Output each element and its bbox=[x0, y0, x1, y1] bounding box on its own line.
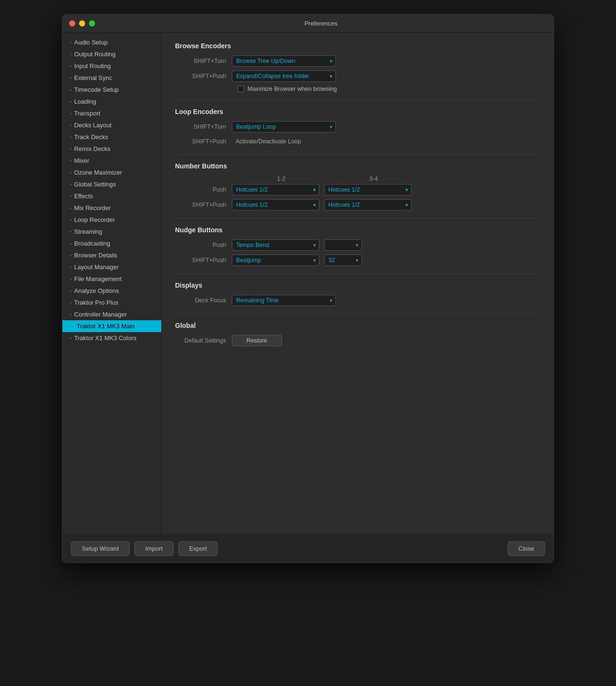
browse-shift-turn-select[interactable]: Browse Tree Up/Down Browse List Up/Down bbox=[232, 55, 336, 67]
nudge-buttons-section: Nudge Buttons Push Tempo Bend Nudge Pitc… bbox=[175, 226, 540, 266]
sidebar-item-mixer[interactable]: •Mixer bbox=[62, 155, 161, 167]
preferences-window: Preferences •Audio Setup•Output Routing•… bbox=[62, 14, 554, 563]
nudge-push-selects: Tempo Bend Nudge Pitch Bend Option 1 bbox=[232, 239, 362, 251]
sidebar-item-layout-manager[interactable]: •Layout Manager bbox=[62, 261, 161, 273]
sidebar-item-output-routing[interactable]: •Output Routing bbox=[62, 48, 161, 60]
global-default-settings-row: Default Settings Restore bbox=[175, 335, 540, 346]
browse-shift-turn-row: SHIFT+Turn Browse Tree Up/Down Browse Li… bbox=[175, 55, 540, 67]
sidebar: •Audio Setup•Output Routing•Input Routin… bbox=[62, 33, 162, 534]
nudge-shift-push-main-select[interactable]: Beatjump Loop Move bbox=[232, 255, 319, 266]
browse-shift-turn-wrapper[interactable]: Browse Tree Up/Down Browse List Up/Down bbox=[232, 55, 336, 67]
sidebar-item-controller-manager[interactable]: •Controller Manager bbox=[62, 308, 161, 320]
sidebar-item-effects[interactable]: •Effects bbox=[62, 190, 161, 202]
sidebar-bullet-transport: • bbox=[70, 111, 71, 115]
maximize-traffic-light[interactable] bbox=[89, 20, 95, 26]
sidebar-bullet-traktor-x1-mk3-colors: • bbox=[70, 336, 71, 340]
sidebar-label-file-management: File Management bbox=[74, 275, 122, 282]
sidebar-item-timecode-setup[interactable]: •Timecode Setup bbox=[62, 84, 161, 96]
sidebar-bullet-mix-recorder: • bbox=[70, 206, 71, 210]
maximize-browser-label: Maximize Browser when browsing bbox=[247, 86, 337, 92]
sidebar-label-traktor-x1-mk3-colors: Traktor X1 MK3 Colors bbox=[74, 334, 137, 342]
sidebar-item-browser-details[interactable]: •Browser Details bbox=[62, 249, 161, 261]
maximize-browser-checkbox[interactable] bbox=[238, 86, 244, 92]
sidebar-item-input-routing[interactable]: •Input Routing bbox=[62, 60, 161, 72]
nudge-shift-push-row: SHIFT+Push Beatjump Loop Move 32 16 bbox=[175, 255, 540, 266]
sidebar-item-loading[interactable]: •Loading bbox=[62, 96, 161, 107]
sidebar-circle-traktor-x1-mk3-main bbox=[70, 325, 74, 328]
nudge-push-main-wrapper[interactable]: Tempo Bend Nudge Pitch Bend bbox=[232, 239, 319, 251]
sidebar-item-traktor-x1-mk3-colors[interactable]: •Traktor X1 MK3 Colors bbox=[62, 332, 161, 344]
sidebar-bullet-traktor-pro-plus: • bbox=[70, 300, 71, 305]
sidebar-label-mix-recorder: Mix Recorder bbox=[74, 204, 111, 211]
loop-encoders-title: Loop Encoders bbox=[175, 108, 540, 115]
restore-button[interactable]: Restore bbox=[232, 335, 282, 346]
loop-shift-turn-wrapper[interactable]: Beatjump Loop Loop In/Out bbox=[232, 121, 336, 132]
sidebar-label-broadcasting: Broadcasting bbox=[74, 240, 110, 247]
browse-shift-push-row: SHIFT+Push Expand/Collapse tree folder L… bbox=[175, 70, 540, 82]
sidebar-item-remix-decks[interactable]: •Remix Decks bbox=[62, 143, 161, 155]
sidebar-bullet-controller-manager: • bbox=[70, 312, 71, 317]
divider-1 bbox=[175, 100, 540, 100]
number-push-col2-wrapper[interactable]: Hotcues 1/2 Hotcues 3/4 Hotcues 5/6 bbox=[324, 184, 412, 195]
sidebar-item-file-management[interactable]: •File Management bbox=[62, 273, 161, 285]
deck-focus-select[interactable]: Remaining Time Elapsed Time BPM bbox=[232, 295, 336, 306]
sidebar-item-streaming[interactable]: •Streaming bbox=[62, 226, 161, 237]
sidebar-item-traktor-pro-plus[interactable]: •Traktor Pro Plus bbox=[62, 297, 161, 308]
nudge-shift-push-main-wrapper[interactable]: Beatjump Loop Move bbox=[232, 255, 319, 266]
number-shift-push-col1-select[interactable]: Hotcues 1/2 Hotcues 3/4 bbox=[232, 199, 319, 211]
nudge-push-main-select[interactable]: Tempo Bend Nudge Pitch Bend bbox=[232, 239, 319, 251]
nudge-push-secondary-wrapper[interactable]: Option 1 bbox=[324, 239, 362, 251]
sidebar-label-track-decks: Track Decks bbox=[74, 133, 108, 141]
sidebar-bullet-broadcasting: • bbox=[70, 241, 71, 246]
sidebar-item-track-decks[interactable]: •Track Decks bbox=[62, 131, 161, 143]
main-content: •Audio Setup•Output Routing•Input Routin… bbox=[62, 33, 554, 534]
sidebar-label-global-settings: Global Settings bbox=[74, 181, 116, 188]
number-shift-push-col1-wrapper[interactable]: Hotcues 1/2 Hotcues 3/4 bbox=[232, 199, 319, 211]
number-shift-push-row: SHIFT+Push Hotcues 1/2 Hotcues 3/4 Hotcu… bbox=[175, 199, 540, 211]
browse-encoders-title: Browse Encoders bbox=[175, 42, 540, 50]
col-header-12: 1-2 bbox=[238, 176, 325, 182]
loop-shift-push-row: SHIFT+Push Activate/Deactivate Loop bbox=[175, 136, 540, 147]
loop-shift-turn-row: SHIFT+Turn Beatjump Loop Loop In/Out bbox=[175, 121, 540, 132]
sidebar-bullet-effects: • bbox=[70, 194, 71, 198]
number-push-col1-wrapper[interactable]: Hotcues 1/2 Hotcues 3/4 Hotcues 5/6 bbox=[232, 184, 319, 195]
setup-wizard-button[interactable]: Setup Wizard bbox=[71, 541, 130, 556]
global-section: Global Default Settings Restore bbox=[175, 322, 540, 346]
nudge-shift-push-secondary-select[interactable]: 32 16 8 4 2 1 bbox=[324, 255, 362, 266]
sidebar-label-ozone-maximizer: Ozone Maximizer bbox=[74, 169, 122, 176]
loop-shift-turn-select[interactable]: Beatjump Loop Loop In/Out bbox=[232, 121, 336, 132]
sidebar-item-traktor-x1-mk3-main[interactable]: Traktor X1 MK3 Main bbox=[62, 320, 161, 332]
number-push-label: Push bbox=[175, 186, 232, 193]
number-push-col1-select[interactable]: Hotcues 1/2 Hotcues 3/4 Hotcues 5/6 bbox=[232, 184, 319, 195]
sidebar-bullet-external-sync: • bbox=[70, 76, 71, 80]
browse-shift-turn-label: SHIFT+Turn bbox=[175, 58, 232, 64]
nudge-shift-push-secondary-wrapper[interactable]: 32 16 8 4 2 1 bbox=[324, 255, 362, 266]
sidebar-bullet-browser-details: • bbox=[70, 253, 71, 257]
minimize-traffic-light[interactable] bbox=[79, 20, 85, 26]
number-shift-push-col2-wrapper[interactable]: Hotcues 1/2 Hotcues 3/4 bbox=[324, 199, 412, 211]
sidebar-bullet-layout-manager: • bbox=[70, 265, 71, 269]
sidebar-item-transport[interactable]: •Transport bbox=[62, 107, 161, 119]
sidebar-item-global-settings[interactable]: •Global Settings bbox=[62, 178, 161, 190]
nudge-buttons-title: Nudge Buttons bbox=[175, 226, 540, 234]
nudge-shift-push-label: SHIFT+Push bbox=[175, 257, 232, 264]
close-button[interactable]: Close bbox=[508, 541, 545, 556]
sidebar-item-loop-recorder[interactable]: •Loop Recorder bbox=[62, 214, 161, 226]
sidebar-item-audio-setup[interactable]: •Audio Setup bbox=[62, 36, 161, 48]
number-push-col2-select[interactable]: Hotcues 1/2 Hotcues 3/4 Hotcues 5/6 bbox=[324, 184, 412, 195]
sidebar-item-mix-recorder[interactable]: •Mix Recorder bbox=[62, 202, 161, 214]
sidebar-item-ozone-maximizer[interactable]: •Ozone Maximizer bbox=[62, 167, 161, 178]
sidebar-item-decks-layout[interactable]: •Decks Layout bbox=[62, 119, 161, 131]
nudge-push-secondary-select[interactable]: Option 1 bbox=[324, 239, 362, 251]
browse-shift-push-wrapper[interactable]: Expand/Collapse tree folder Load to Deck… bbox=[232, 70, 336, 82]
sidebar-item-analyze-options[interactable]: •Analyze Options bbox=[62, 285, 161, 297]
export-button[interactable]: Export bbox=[178, 541, 218, 556]
number-shift-push-col2-select[interactable]: Hotcues 1/2 Hotcues 3/4 bbox=[324, 199, 412, 211]
browse-shift-push-select[interactable]: Expand/Collapse tree folder Load to Deck… bbox=[232, 70, 336, 82]
close-traffic-light[interactable] bbox=[69, 20, 75, 26]
number-buttons-section: Number Buttons 1-2 3-4 Push Hotcues 1/2 … bbox=[175, 162, 540, 211]
sidebar-item-external-sync[interactable]: •External Sync bbox=[62, 72, 161, 84]
sidebar-item-broadcasting[interactable]: •Broadcasting bbox=[62, 237, 161, 249]
import-button[interactable]: Import bbox=[134, 541, 174, 556]
deck-focus-wrapper[interactable]: Remaining Time Elapsed Time BPM bbox=[232, 295, 336, 306]
